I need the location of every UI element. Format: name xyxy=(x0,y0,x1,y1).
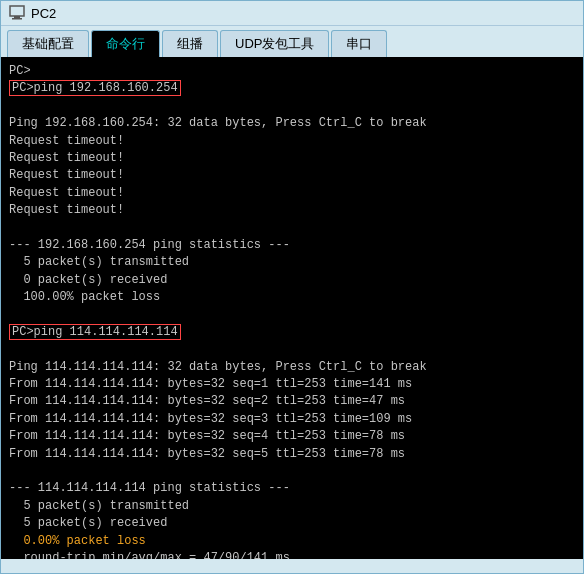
line-24: round-trip min/avg/max = 47/90/141 ms xyxy=(9,550,575,559)
line-10: 5 packet(s) transmitted xyxy=(9,254,575,271)
line-11: 0 packet(s) received xyxy=(9,272,575,289)
cmd-ping-2: PC>ping 114.114.114.114 xyxy=(9,324,181,340)
line-8: Request timeout! xyxy=(9,202,575,219)
line-9: --- 192.168.160.254 ping statistics --- xyxy=(9,237,575,254)
empty-2 xyxy=(9,220,575,237)
tab-basic-config[interactable]: 基础配置 xyxy=(7,30,89,57)
pc-icon xyxy=(9,5,25,21)
line-5: Request timeout! xyxy=(9,150,575,167)
line-19: From 114.114.114.114: bytes=32 seq=5 ttl… xyxy=(9,446,575,463)
line-2: PC>ping 192.168.160.254 xyxy=(9,80,575,97)
terminal[interactable]: PC> PC>ping 192.168.160.254 Ping 192.168… xyxy=(1,57,583,559)
svg-rect-1 xyxy=(14,16,20,18)
tab-multicast[interactable]: 组播 xyxy=(162,30,218,57)
line-4: Request timeout! xyxy=(9,133,575,150)
line-15: From 114.114.114.114: bytes=32 seq=1 ttl… xyxy=(9,376,575,393)
line-22: 5 packet(s) received xyxy=(9,515,575,532)
tab-bar: 基础配置 命令行 组播 UDP发包工具 串口 xyxy=(1,26,583,57)
cmd-ping-1: PC>ping 192.168.160.254 xyxy=(9,80,181,96)
tab-command-line[interactable]: 命令行 xyxy=(91,30,160,57)
line-12: 100.00% packet loss xyxy=(9,289,575,306)
line-6: Request timeout! xyxy=(9,167,575,184)
line-23: 0.00% packet loss xyxy=(9,533,575,550)
window-title: PC2 xyxy=(31,6,56,21)
window: PC2 基础配置 命令行 组播 UDP发包工具 串口 PC> PC>ping 1… xyxy=(0,0,584,574)
line-21: 5 packet(s) transmitted xyxy=(9,498,575,515)
line-18: From 114.114.114.114: bytes=32 seq=4 ttl… xyxy=(9,428,575,445)
svg-rect-0 xyxy=(10,6,24,16)
title-bar: PC2 xyxy=(1,1,583,26)
tab-udp-tool[interactable]: UDP发包工具 xyxy=(220,30,329,57)
tab-serial[interactable]: 串口 xyxy=(331,30,387,57)
empty-1 xyxy=(9,98,575,115)
empty-4 xyxy=(9,341,575,358)
line-17: From 114.114.114.114: bytes=32 seq=3 ttl… xyxy=(9,411,575,428)
line-16: From 114.114.114.114: bytes=32 seq=2 ttl… xyxy=(9,393,575,410)
empty-3 xyxy=(9,306,575,323)
line-1: PC> xyxy=(9,63,575,80)
empty-5 xyxy=(9,463,575,480)
line-14: Ping 114.114.114.114: 32 data bytes, Pre… xyxy=(9,359,575,376)
line-20: --- 114.114.114.114 ping statistics --- xyxy=(9,480,575,497)
svg-rect-2 xyxy=(12,18,22,20)
line-13: PC>ping 114.114.114.114 xyxy=(9,324,575,341)
line-3: Ping 192.168.160.254: 32 data bytes, Pre… xyxy=(9,115,575,132)
line-7: Request timeout! xyxy=(9,185,575,202)
